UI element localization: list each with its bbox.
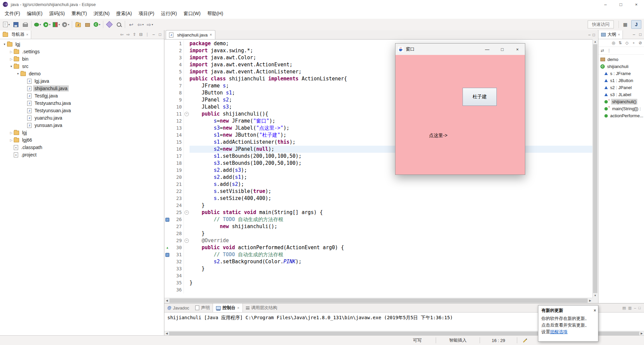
tree-item-lgj-java[interactable]: lgj.java (33, 78, 51, 84)
link-with-editor-button[interactable]: ⇄ (599, 48, 605, 54)
open-type-button[interactable] (105, 20, 114, 29)
console-tab-close-icon[interactable]: × (237, 306, 239, 310)
scroll-thumb[interactable] (169, 298, 588, 303)
save-button[interactable] (11, 20, 20, 29)
maximize-button[interactable]: □ (638, 306, 641, 310)
menu-item[interactable]: 项目(P) (135, 9, 158, 19)
tree-item--settings[interactable]: .settings (21, 49, 41, 55)
tree-row[interactable]: yunsuan.java (0, 122, 164, 129)
navigator-close-icon[interactable]: × (26, 32, 28, 37)
open-perspective-button[interactable]: ▦ (620, 20, 630, 29)
editor-tab-shijianchuli[interactable]: shijianchuli.java × (166, 30, 215, 39)
view-menu-button[interactable]: ⋮ (144, 31, 150, 38)
navigator-tab[interactable]: 导航器 × (0, 30, 31, 39)
menu-item[interactable]: 重构(T) (68, 9, 90, 19)
editor-tab-close-icon[interactable]: × (210, 32, 212, 37)
scroll-up-icon[interactable]: ▲ (593, 39, 598, 44)
hide-static-button[interactable]: ∘ (631, 40, 637, 46)
code-editor[interactable]: 1package demo;2import javax.swing.*;3imp… (164, 39, 593, 298)
new-button[interactable]: ▾ (2, 20, 11, 29)
tree-item-lgj[interactable]: lgj (21, 130, 28, 136)
scroll-right-icon[interactable]: ▶ (588, 298, 593, 303)
collapse-arrow-icon[interactable]: ▾ (15, 72, 20, 75)
tree-row[interactable]: lgj.java (0, 77, 164, 85)
coverage-button[interactable]: ▾ (52, 20, 61, 29)
duzijian-button[interactable]: 杜子建 (463, 88, 497, 106)
forward-button[interactable]: ⇨ (125, 31, 131, 38)
dropdown-arrow-icon[interactable]: ▾ (99, 23, 100, 26)
tree-row[interactable]: .classpath (0, 144, 164, 151)
dropdown-arrow-icon[interactable]: ▾ (8, 23, 10, 26)
focus-active-task-button[interactable]: ◎ (610, 40, 616, 46)
tree-item-Testlgj-java[interactable]: Testlgj.java (33, 93, 59, 99)
tree-row[interactable]: ▷.settings (0, 48, 164, 55)
minimize-button[interactable]: – (634, 306, 636, 310)
sort-button[interactable]: ⇅ (617, 40, 623, 46)
outline-close-icon[interactable]: × (618, 32, 620, 37)
view-menu-button[interactable]: ⋮ (606, 48, 612, 54)
collapse-arrow-icon[interactable]: ▾ (9, 65, 14, 68)
editor-vertical-scrollbar[interactable]: ▲ ▼ (592, 39, 598, 298)
minimize-button[interactable]: – (151, 31, 157, 38)
tree-item-src[interactable]: src (21, 63, 30, 69)
outline-item[interactable]: s3 : JLabel (598, 91, 644, 98)
outline-item[interactable]: s2 : JPanel (598, 84, 644, 91)
console-tab-javadoc[interactable]: Javadoc (164, 303, 192, 312)
display-selected-console-button[interactable]: ▤ (622, 306, 626, 310)
java-app-title-bar[interactable]: 窗口 — □ × (395, 44, 525, 55)
reminder-options-link[interactable]: 提醒选项 (550, 329, 568, 334)
hide-fields-button[interactable]: ◇ (624, 40, 630, 46)
search-button[interactable] (114, 20, 123, 29)
menu-item[interactable]: 窗口(W) (180, 9, 204, 19)
last-edit-location-button[interactable]: ↩ (127, 20, 136, 29)
menu-item[interactable]: 帮助(H) (204, 9, 226, 19)
fold-collapse-icon[interactable]: − (184, 210, 189, 215)
maximize-button[interactable]: □ (157, 31, 163, 38)
java-app-maximize-button[interactable]: □ (495, 44, 510, 55)
minimize-button[interactable]: – (631, 31, 637, 38)
tree-row[interactable]: ▾lgj (0, 41, 164, 48)
tree-item-Testyunsuan-java[interactable]: Testyunsuan.java (33, 108, 72, 114)
outline-item[interactable]: shijianchuli (598, 63, 644, 70)
debug-button[interactable]: ▾ (33, 20, 42, 29)
tree-row[interactable]: ▷bin (0, 55, 164, 63)
tree-row[interactable]: .project (0, 151, 164, 158)
expand-arrow-icon[interactable]: ▷ (9, 138, 14, 142)
tree-item--project[interactable]: .project (20, 152, 38, 158)
console-tab-call-hierarchy[interactable]: 调用层次结构 (243, 303, 280, 312)
tree-row[interactable]: ▾src (0, 63, 164, 70)
dropdown-arrow-icon[interactable]: ▾ (58, 23, 60, 26)
scroll-left-icon[interactable]: ◀ (164, 298, 169, 303)
back-button[interactable]: ⇦▾ (136, 20, 145, 29)
collapse-all-button[interactable]: ⊟ (138, 31, 144, 38)
expand-arrow-icon[interactable]: ▷ (9, 50, 14, 54)
outline-item[interactable]: s1 : JButton (598, 77, 644, 84)
back-button[interactable]: ⇦ (119, 31, 125, 38)
close-button[interactable]: × (629, 0, 644, 9)
menu-item[interactable]: 编辑(E) (23, 9, 46, 19)
tree-item-bin[interactable]: bin (21, 56, 30, 62)
tree-row[interactable]: ▷lgj66 (0, 136, 164, 144)
hide-non-public-button[interactable]: ⊘ (637, 40, 643, 46)
editor-minimize-icon[interactable]: – (588, 32, 591, 37)
menu-item[interactable]: 搜索(A) (113, 9, 136, 19)
menu-item[interactable]: 浏览(N) (90, 9, 113, 19)
editor-maximize-icon[interactable]: □ (593, 32, 595, 37)
dropdown-arrow-icon[interactable]: ▾ (68, 23, 69, 26)
scroll-thumb[interactable] (593, 44, 597, 293)
external-tools-button[interactable]: ▾ (61, 20, 70, 29)
menu-item[interactable]: 源码(S) (46, 9, 68, 19)
tree-item-yuanzhu-java[interactable]: yuanzhu.java (33, 115, 64, 121)
tree-row[interactable]: Testyuanzhu.java (0, 99, 164, 107)
forward-button[interactable]: ⇨▾ (146, 20, 154, 29)
open-console-button[interactable]: ▥ (628, 306, 632, 310)
tree-row[interactable]: ▾demo (0, 70, 164, 77)
tree-item--classpath[interactable]: .classpath (20, 144, 44, 150)
tree-item-shijianchuli-java[interactable]: shijianchuli.java (33, 85, 69, 91)
notification-close-icon[interactable]: × (594, 308, 596, 313)
scroll-down-icon[interactable]: ▼ (593, 293, 598, 298)
outline-tab[interactable]: 大纲 × (598, 30, 623, 39)
menu-item[interactable]: 文件(F) (1, 9, 23, 19)
print-button[interactable] (21, 20, 30, 29)
quick-access-button[interactable]: 快速访问 (588, 20, 614, 28)
